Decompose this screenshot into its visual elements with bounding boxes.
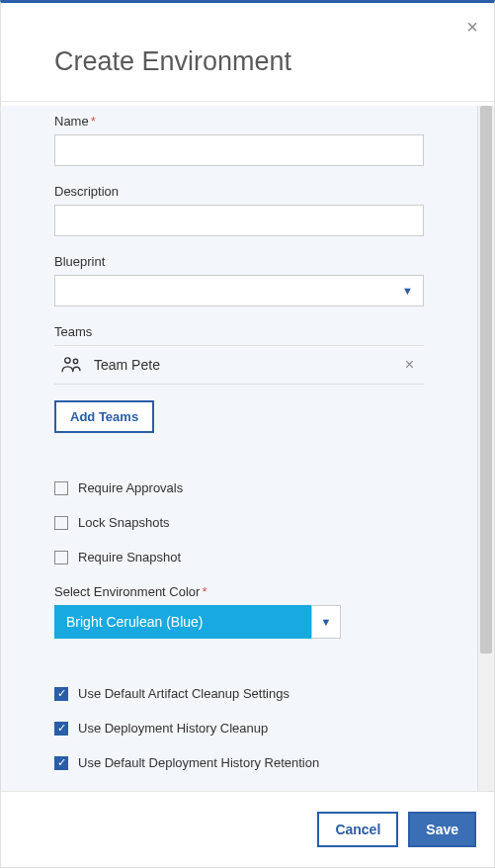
color-select-caret[interactable]: ▼ [311, 605, 341, 639]
lock-snapshots-row: Lock Snapshots [54, 515, 424, 530]
deployment-history-cleanup-label: Use Deployment History Cleanup [78, 721, 268, 736]
scrollbar[interactable] [477, 106, 494, 791]
color-label: Select Environment Color* [54, 584, 424, 599]
team-icon [60, 356, 82, 374]
modal-footer: Cancel Save [1, 791, 494, 867]
require-approvals-label: Require Approvals [78, 480, 183, 495]
svg-point-0 [65, 358, 70, 363]
teams-label: Teams [54, 324, 424, 339]
chevron-down-icon: ▼ [402, 285, 413, 297]
name-input[interactable] [54, 134, 424, 166]
chevron-down-icon: ▼ [321, 616, 332, 628]
require-snapshot-checkbox[interactable] [54, 551, 68, 564]
blueprint-label: Blueprint [54, 254, 424, 269]
require-approvals-checkbox[interactable] [54, 481, 68, 495]
require-snapshot-row: Require Snapshot [54, 550, 424, 564]
remove-team-icon[interactable]: × [405, 357, 414, 373]
name-label: Name* [54, 114, 424, 129]
color-select[interactable]: Bright Cerulean (Blue) [54, 605, 311, 639]
deployment-history-cleanup-row: Use Deployment History Cleanup [54, 721, 424, 736]
history-retention-row: Use Default Deployment History Retention [54, 755, 424, 770]
history-retention-checkbox[interactable] [54, 756, 68, 770]
history-retention-label: Use Default Deployment History Retention [78, 755, 319, 770]
modal-body: Name* Description Blueprint ▼ Teams [1, 106, 477, 791]
add-teams-button[interactable]: Add Teams [54, 400, 154, 433]
save-button[interactable]: Save [408, 812, 476, 847]
modal-title: Create Environment [54, 46, 441, 77]
description-input[interactable] [54, 205, 424, 236]
modal-header: Create Environment [1, 3, 494, 102]
team-row: Team Pete × [54, 345, 424, 385]
artifact-cleanup-checkbox[interactable] [54, 687, 68, 701]
lock-snapshots-checkbox[interactable] [54, 516, 68, 530]
scrollbar-thumb[interactable] [480, 106, 492, 653]
close-icon[interactable]: × [466, 17, 478, 37]
svg-point-1 [73, 359, 77, 363]
blueprint-select[interactable]: ▼ [54, 275, 424, 306]
deployment-history-cleanup-checkbox[interactable] [54, 722, 68, 736]
require-snapshot-label: Require Snapshot [78, 550, 181, 564]
artifact-cleanup-label: Use Default Artifact Cleanup Settings [78, 686, 289, 701]
cancel-button[interactable]: Cancel [317, 812, 398, 847]
artifact-cleanup-row: Use Default Artifact Cleanup Settings [54, 686, 424, 701]
create-environment-modal: × Create Environment Name* Description B… [0, 0, 495, 868]
description-label: Description [54, 184, 424, 199]
lock-snapshots-label: Lock Snapshots [78, 515, 170, 530]
require-approvals-row: Require Approvals [54, 480, 424, 495]
team-name: Team Pete [94, 357, 160, 373]
